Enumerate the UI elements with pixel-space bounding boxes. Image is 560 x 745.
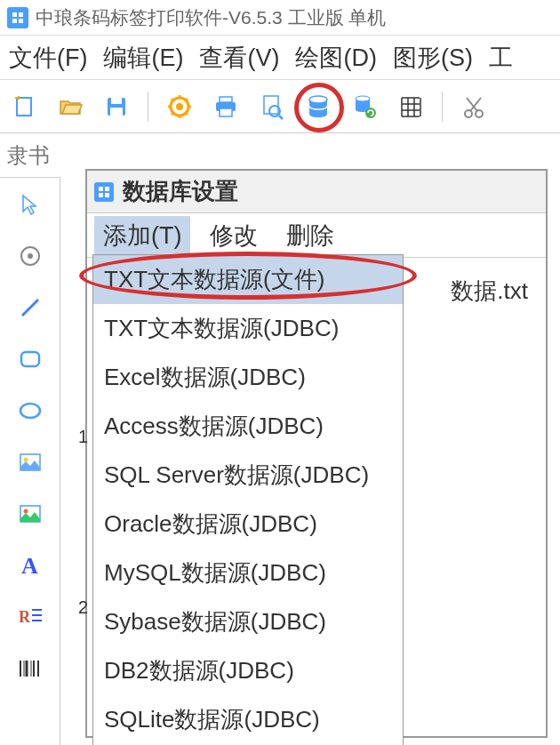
dropdown-item-oracle[interactable]: Oracle数据源(JDBC) xyxy=(93,500,403,549)
toolbar-separator-2 xyxy=(442,92,443,122)
dialog-menu-delete[interactable]: 删除 xyxy=(277,216,343,255)
save-button[interactable] xyxy=(100,90,133,124)
svg-rect-6 xyxy=(111,98,122,104)
tool-palette: A R xyxy=(0,133,60,745)
dropdown-item-access[interactable]: Access数据源(JDBC) xyxy=(93,402,403,451)
menu-view[interactable]: 查看(V) xyxy=(194,40,284,76)
target-tool[interactable] xyxy=(12,238,48,274)
image-color-tool[interactable] xyxy=(12,496,48,532)
dialog-icon xyxy=(94,182,114,202)
toolbar-separator xyxy=(148,92,148,122)
barcode-tool[interactable] xyxy=(12,651,48,686)
svg-point-20 xyxy=(356,96,370,101)
svg-point-9 xyxy=(176,103,183,110)
menu-draw[interactable]: 绘图(D) xyxy=(290,40,381,76)
dialog-title: 数据库设置 xyxy=(123,176,238,207)
richtext-tool[interactable]: R xyxy=(12,599,48,635)
menu-shape[interactable]: 图形(S) xyxy=(388,40,478,76)
dropdown-item-txt-jdbc[interactable]: TXT文本数据源(JDBC) xyxy=(93,304,403,353)
svg-rect-0 xyxy=(12,12,17,17)
dropdown-item-label: TXT文本数据源(文件) xyxy=(104,266,324,292)
settings-button[interactable] xyxy=(163,90,196,124)
dialog-titlebar[interactable]: 数据库设置 xyxy=(87,171,546,213)
svg-point-32 xyxy=(23,458,28,462)
database-button[interactable] xyxy=(301,90,335,124)
grid-button[interactable] xyxy=(394,90,428,124)
svg-rect-47 xyxy=(105,187,109,191)
print-button[interactable] xyxy=(209,90,243,124)
dialog-menu-modify[interactable]: 修改 xyxy=(201,216,267,255)
svg-point-30 xyxy=(20,404,40,418)
svg-rect-4 xyxy=(17,98,31,116)
ellipse-tool[interactable] xyxy=(12,393,48,429)
dropdown-item-sqlite[interactable]: SQLite数据源(JDBC) xyxy=(93,695,403,744)
app-icon xyxy=(7,7,28,28)
datasource-dropdown: TXT文本数据源(文件) TXT文本数据源(JDBC) Excel数据源(JDB… xyxy=(92,254,404,745)
dropdown-item-txt-file[interactable]: TXT文本数据源(文件) xyxy=(93,255,403,304)
svg-point-34 xyxy=(23,509,28,514)
svg-text:A: A xyxy=(21,553,38,579)
menubar: 文件(F) 编辑(E) 查看(V) 绘图(D) 图形(S) 工 xyxy=(0,36,560,80)
menu-file[interactable]: 文件(F) xyxy=(4,40,92,76)
image-tool[interactable] xyxy=(12,445,48,480)
ruler-mark-2: 2 xyxy=(78,597,88,618)
dropdown-item-sqlserver[interactable]: SQL Server数据源(JDBC) xyxy=(93,451,403,500)
svg-rect-3 xyxy=(19,19,23,23)
line-tool[interactable] xyxy=(12,290,48,325)
menu-edit[interactable]: 编辑(E) xyxy=(98,40,188,76)
new-button[interactable] xyxy=(7,90,41,124)
dropdown-item-db2[interactable]: DB2数据源(JDBC) xyxy=(93,646,403,695)
data-filename: 数据.txt xyxy=(451,276,528,307)
dialog-menubar: 添加(T) 修改 删除 xyxy=(87,213,546,258)
ruler-mark-1: 1 xyxy=(78,427,88,447)
dropdown-item-excel[interactable]: Excel数据源(JDBC) xyxy=(93,353,403,402)
svg-line-28 xyxy=(22,300,38,316)
svg-rect-49 xyxy=(105,193,109,197)
svg-rect-29 xyxy=(21,352,39,366)
svg-rect-10 xyxy=(220,97,232,102)
titlebar: 中琅条码标签打印软件-V6.5.3 工业版 单机 xyxy=(0,0,560,36)
svg-rect-13 xyxy=(264,96,278,114)
svg-rect-2 xyxy=(12,19,17,23)
svg-rect-7 xyxy=(110,108,123,116)
svg-point-27 xyxy=(28,253,33,259)
svg-rect-46 xyxy=(99,187,103,191)
toolbar xyxy=(0,80,560,133)
svg-rect-12 xyxy=(220,108,232,116)
dropdown-item-sybase[interactable]: Sybase数据源(JDBC) xyxy=(93,597,403,646)
svg-rect-1 xyxy=(19,12,23,17)
menu-tools-partial[interactable]: 工 xyxy=(484,40,518,76)
open-button[interactable] xyxy=(53,90,87,124)
svg-line-15 xyxy=(279,116,283,119)
database-refresh-button[interactable] xyxy=(348,90,381,124)
pointer-tool[interactable] xyxy=(12,187,48,222)
svg-text:R: R xyxy=(19,608,31,626)
svg-point-21 xyxy=(365,108,376,118)
cut-button[interactable] xyxy=(457,90,491,124)
preview-button[interactable] xyxy=(255,90,289,124)
dropdown-item-mysql[interactable]: MySQL数据源(JDBC) xyxy=(93,549,403,597)
dialog-menu-add[interactable]: 添加(T) xyxy=(94,216,190,255)
svg-rect-48 xyxy=(99,193,103,197)
app-title: 中琅条码标签打印软件-V6.5.3 工业版 单机 xyxy=(36,5,386,30)
rounded-rect-tool[interactable] xyxy=(12,341,48,377)
text-tool[interactable]: A xyxy=(12,548,48,583)
